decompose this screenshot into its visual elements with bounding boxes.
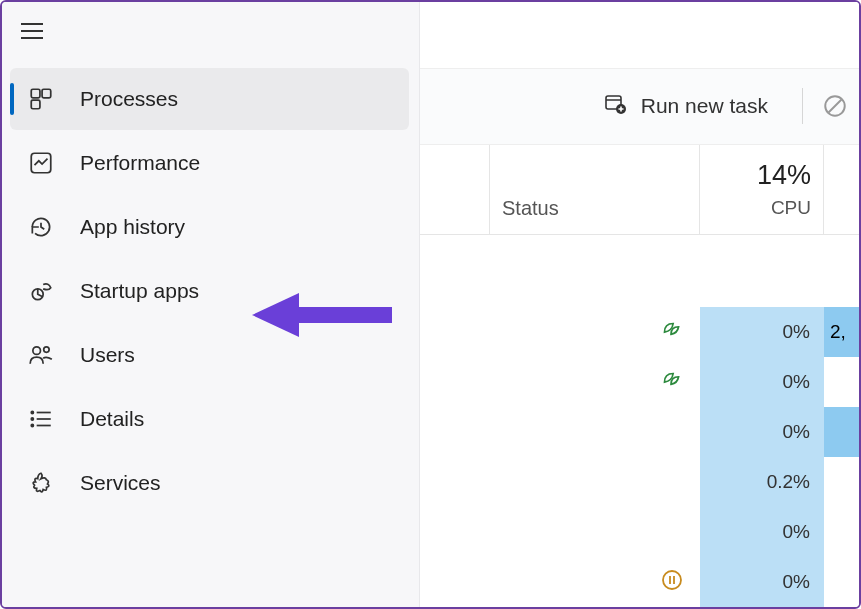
- cpu-cell: 0%: [700, 557, 824, 607]
- sidebar-item-services[interactable]: Services: [10, 452, 409, 514]
- svg-point-9: [31, 418, 33, 420]
- column-name[interactable]: [420, 145, 490, 234]
- cpu-header-label: CPU: [771, 197, 811, 219]
- mem-cell: [824, 407, 859, 457]
- svg-line-19: [829, 100, 842, 113]
- efficiency-mode-icon: [658, 317, 684, 347]
- end-task-button[interactable]: [821, 92, 849, 120]
- sidebar-item-app-history[interactable]: App history: [10, 196, 409, 258]
- startup-apps-icon: [28, 278, 54, 304]
- column-cpu[interactable]: 14% CPU: [700, 145, 824, 234]
- toolbar-divider: [802, 88, 803, 124]
- sidebar-item-performance[interactable]: Performance: [10, 132, 409, 194]
- nav-label: Startup apps: [80, 279, 199, 303]
- process-table: Status 14% CPU: [420, 145, 859, 607]
- efficiency-mode-icon: [658, 367, 684, 397]
- cpu-cell: 0%: [700, 307, 824, 357]
- title-bar-area: [420, 2, 859, 69]
- svg-point-6: [44, 347, 49, 352]
- svg-rect-1: [42, 89, 51, 98]
- svg-point-7: [31, 411, 33, 413]
- sidebar-item-startup-apps[interactable]: Startup apps: [10, 260, 409, 322]
- run-new-task-button[interactable]: Run new task: [587, 84, 784, 129]
- cpu-cell: 0%: [700, 357, 824, 407]
- sidebar-item-processes[interactable]: Processes: [10, 68, 409, 130]
- svg-point-20: [663, 571, 681, 589]
- cpu-cell: 0%: [700, 407, 824, 457]
- mem-cell: [824, 557, 859, 607]
- column-status[interactable]: Status: [490, 145, 700, 234]
- cpu-cell: 0%: [700, 507, 824, 557]
- hamburger-menu-button[interactable]: [2, 2, 62, 60]
- nav-label: Performance: [80, 151, 200, 175]
- nav-label: Processes: [80, 87, 178, 111]
- table-row[interactable]: [420, 235, 859, 307]
- sidebar: Processes Performance App history Startu…: [2, 2, 420, 607]
- status-header-label: Status: [502, 197, 559, 220]
- sidebar-item-users[interactable]: Users: [10, 324, 409, 386]
- toolbar: Run new task: [420, 69, 859, 145]
- history-icon: [28, 214, 54, 240]
- run-new-task-icon: [603, 92, 627, 121]
- table-row[interactable]: 0%: [420, 407, 859, 457]
- table-header: Status 14% CPU: [420, 145, 859, 235]
- services-icon: [28, 470, 54, 496]
- nav-label: App history: [80, 215, 185, 239]
- details-icon: [28, 406, 54, 432]
- column-memory[interactable]: [824, 145, 859, 234]
- performance-icon: [28, 150, 54, 176]
- nav-label: Details: [80, 407, 144, 431]
- table-row[interactable]: 0% 2,: [420, 307, 859, 357]
- processes-icon: [28, 86, 54, 112]
- users-icon: [28, 342, 54, 368]
- sidebar-item-details[interactable]: Details: [10, 388, 409, 450]
- main-content: Run new task Status 14% CPU: [420, 2, 859, 607]
- run-new-task-label: Run new task: [641, 94, 768, 118]
- nav-label: Services: [80, 471, 161, 495]
- table-row[interactable]: 0.2%: [420, 457, 859, 507]
- suspended-icon: [660, 568, 684, 596]
- table-row[interactable]: 0%: [420, 557, 859, 607]
- mem-cell: 2,: [824, 307, 859, 357]
- table-row[interactable]: 0%: [420, 357, 859, 407]
- mem-cell: [824, 507, 859, 557]
- cpu-percentage: 14%: [757, 160, 811, 191]
- cpu-cell: 0.2%: [700, 457, 824, 507]
- mem-cell: [824, 457, 859, 507]
- mem-cell: [824, 357, 859, 407]
- svg-rect-2: [31, 100, 40, 109]
- nav-label: Users: [80, 343, 135, 367]
- hamburger-icon: [21, 23, 43, 39]
- table-row[interactable]: 0%: [420, 507, 859, 557]
- svg-point-5: [33, 347, 41, 355]
- svg-point-11: [31, 424, 33, 426]
- svg-rect-0: [31, 89, 40, 98]
